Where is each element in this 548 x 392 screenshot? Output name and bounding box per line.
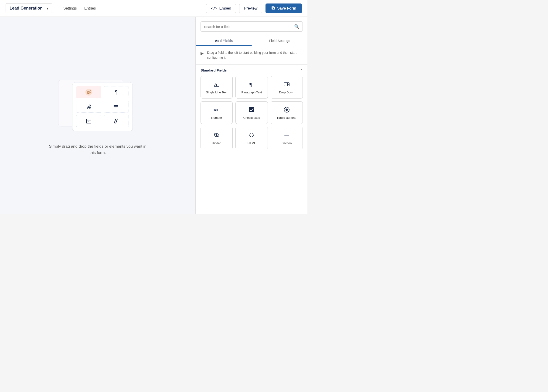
paragraph-text-icon: ¶: [249, 81, 255, 88]
field-drop-down[interactable]: Drop Down: [271, 76, 303, 98]
svg-point-18: [113, 105, 114, 106]
number-label: Number: [211, 116, 222, 119]
single-line-text-label: Single Line Text: [206, 91, 227, 94]
canvas-instruction-text: Simply drag and drop the fields or eleme…: [49, 143, 147, 156]
field-number[interactable]: 123 Number: [201, 101, 233, 124]
header: Lead Generation ▾ Settings Entries </> E…: [0, 0, 307, 17]
form-title-dropdown[interactable]: Lead Generation ▾: [6, 3, 52, 13]
canvas-panel: ¶: [0, 17, 196, 214]
svg-line-24: [114, 119, 116, 123]
tab-field-settings[interactable]: Field Settings: [252, 35, 308, 46]
drop-down-label: Drop Down: [279, 91, 294, 94]
svg-point-7: [88, 92, 88, 92]
svg-text:123: 123: [214, 109, 218, 111]
standard-fields-title: Standard Fields: [201, 68, 227, 72]
search-icon: 🔍: [294, 24, 299, 29]
single-line-text-icon: A: [214, 81, 220, 88]
card-front: ¶: [72, 82, 133, 131]
section-label: Section: [282, 141, 291, 145]
hidden-label: Hidden: [212, 141, 222, 145]
svg-point-9: [88, 93, 89, 93]
nav-settings[interactable]: Settings: [60, 0, 81, 17]
drag-hint-text: Drag a field to the left to start buildi…: [207, 50, 303, 60]
radio-buttons-icon: [284, 107, 290, 114]
search-container: 🔍: [196, 17, 307, 32]
preview-label: Preview: [244, 6, 257, 10]
field-html[interactable]: HTML: [236, 127, 268, 149]
paragraph-text-label: Paragraph Text: [242, 91, 262, 94]
html-label: HTML: [248, 141, 256, 145]
svg-text:A: A: [214, 82, 217, 87]
svg-point-8: [90, 92, 90, 92]
preview-button[interactable]: Preview: [239, 4, 262, 13]
field-section[interactable]: Section: [271, 127, 303, 149]
svg-text:2: 2: [88, 121, 89, 123]
svg-point-12: [89, 107, 90, 108]
embed-label: Embed: [219, 6, 231, 10]
header-actions: </> Embed Preview Save Form: [206, 3, 302, 13]
card-cell-diag: [104, 115, 129, 127]
svg-point-34: [285, 109, 288, 111]
field-checkboxes[interactable]: Checkboxes: [236, 101, 268, 124]
checkboxes-label: Checkboxes: [243, 116, 260, 119]
chevron-down-icon: ▾: [47, 7, 48, 10]
form-title-label: Lead Generation: [10, 6, 43, 11]
main-layout: ¶: [0, 17, 307, 214]
fields-section-standard: Standard Fields ⌃ A Single Line Text: [196, 64, 307, 153]
section-icon: [284, 132, 290, 139]
card-cell-hubspot: [76, 101, 101, 113]
nav-entries[interactable]: Entries: [81, 0, 100, 17]
drop-down-icon: [284, 81, 290, 88]
field-radio-buttons[interactable]: Radio Buttons: [271, 101, 303, 124]
search-input-wrap: 🔍: [201, 21, 303, 32]
card-cell-calendar: 2: [76, 115, 101, 127]
radio-buttons-label: Radio Buttons: [277, 116, 296, 119]
field-paragraph-text[interactable]: ¶ Paragraph Text: [236, 76, 268, 98]
card-cell-logo: [76, 86, 101, 98]
search-input[interactable]: [204, 25, 292, 29]
collapse-icon[interactable]: ⌃: [300, 69, 303, 72]
number-icon: 123: [214, 107, 220, 114]
fields-grid: A Single Line Text ¶ Paragraph Text: [201, 76, 303, 149]
canvas-illustration: ¶: [58, 75, 137, 136]
cursor-icon: ▶: [201, 51, 204, 56]
field-single-line-text[interactable]: A Single Line Text: [201, 76, 233, 98]
html-icon: [249, 132, 255, 139]
svg-line-25: [116, 119, 117, 123]
tab-add-fields[interactable]: Add Fields: [196, 35, 252, 46]
card-cell-list: [104, 101, 129, 113]
drag-hint: ▶ Drag a field to the left to start buil…: [196, 46, 307, 64]
tabs-row: Add Fields Field Settings: [196, 35, 307, 46]
embed-icon: </>: [211, 6, 217, 10]
checkboxes-icon: [249, 107, 255, 114]
svg-point-20: [113, 108, 114, 108]
field-hidden[interactable]: Hidden: [201, 127, 233, 149]
hidden-icon: [214, 132, 220, 139]
card-cell-paragraph: ¶: [104, 86, 129, 98]
header-nav: Settings Entries: [60, 0, 107, 17]
svg-point-10: [89, 105, 90, 106]
save-form-button[interactable]: Save Form: [265, 3, 302, 13]
svg-point-19: [113, 106, 114, 107]
save-label: Save Form: [277, 6, 296, 10]
save-icon: [271, 6, 275, 11]
embed-button[interactable]: </> Embed: [206, 4, 236, 13]
svg-text:¶: ¶: [250, 82, 252, 87]
section-header: Standard Fields ⌃: [201, 68, 303, 72]
fields-panel: 🔍 Add Fields Field Settings ▶ Drag a fie…: [196, 17, 307, 214]
